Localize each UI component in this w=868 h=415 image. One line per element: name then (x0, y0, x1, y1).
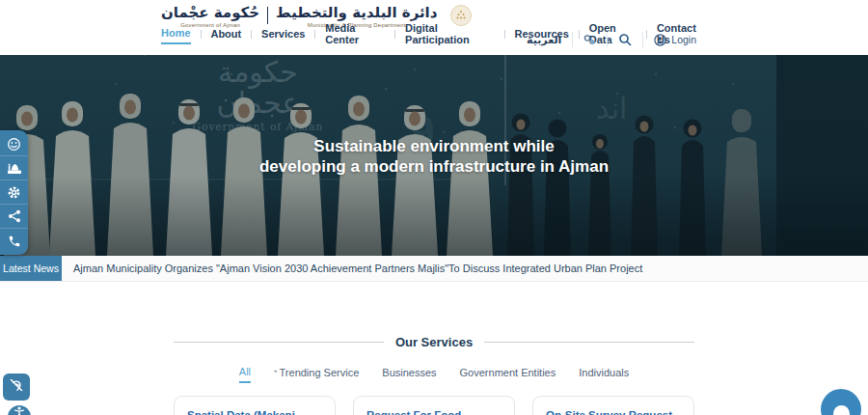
service-cards: Spatial Data (Makani Number) Request Vie… (174, 396, 694, 415)
nav-divider (394, 30, 395, 39)
happiness-meter-button[interactable] (0, 132, 28, 156)
search-icon (618, 33, 632, 46)
side-toolbar (0, 130, 28, 255)
nav-divider (314, 30, 315, 39)
share-icon (8, 209, 21, 223)
service-card-food-sample: Request For Food Sample Testing View mor… (353, 396, 515, 415)
smiley-icon (7, 137, 21, 152)
nav-divider (201, 30, 202, 39)
settings-button[interactable] (0, 180, 28, 205)
service-card-title[interactable]: On-Site Survey Request (546, 409, 681, 415)
tab-trending-label: Trending Service (280, 367, 360, 378)
sign-language-button[interactable] (573, 34, 607, 46)
tab-all[interactable]: All (239, 366, 251, 383)
tab-government-entities[interactable]: Government Entities (460, 367, 556, 382)
utility-bar: العربية (516, 32, 707, 47)
gear-icon (7, 185, 21, 200)
tab-businesses[interactable]: Businesses (382, 367, 436, 382)
hero-title-line2: developing a modern infrastructure in Aj… (0, 156, 868, 177)
ear-slash-icon (9, 377, 24, 397)
divider-line (174, 342, 384, 343)
section-divider: Our Services (174, 335, 694, 349)
user-icon (654, 34, 666, 46)
login-label: Login (671, 34, 696, 45)
mosque-icon (7, 162, 22, 175)
hero-banner: حكومة عجمان Government of Ajman 9 اند (0, 55, 868, 256)
search-button[interactable] (608, 33, 642, 46)
contact-phone-button[interactable] (0, 229, 28, 253)
language-toggle[interactable]: العربية (516, 34, 572, 46)
accessibility-person-icon (13, 405, 26, 415)
divider-line (484, 342, 694, 343)
nav-item-about[interactable]: About (210, 25, 241, 43)
service-card-title[interactable]: Spatial Data (Makani Number) Request (187, 409, 322, 415)
latest-news-badge[interactable]: Latest News (0, 256, 62, 281)
tab-trending-service[interactable]: * Trending Service (274, 367, 359, 382)
service-card-title[interactable]: Request For Food Sample Testing (366, 409, 502, 415)
hero-title: Sustainable environment while developing… (0, 136, 868, 177)
accessibility-widget-button[interactable] (8, 405, 31, 415)
share-button[interactable] (0, 205, 28, 229)
nav-item-services[interactable]: Services (261, 25, 305, 43)
chat-bubble-icon (833, 405, 850, 415)
news-ticker: Latest News Ajman Municipality Organizes… (0, 256, 868, 282)
nav-divider (251, 30, 252, 39)
city-landmarks-button[interactable] (0, 156, 28, 180)
our-services-section: Our Services All * Trending Service Busi… (174, 282, 694, 415)
services-tabs: All * Trending Service Businesses Govern… (174, 366, 694, 383)
phone-icon (8, 235, 21, 248)
login-button[interactable]: Login (643, 34, 707, 46)
section-title: Our Services (395, 335, 473, 349)
news-headline-link[interactable]: Ajman Municipality Organizes "Ajman Visi… (73, 256, 642, 281)
nav-item-home[interactable]: Home (161, 24, 191, 44)
nav-divider (504, 30, 505, 39)
site-header: حُكومة عجْمان Government of Ajman دائرة … (0, 0, 868, 55)
hero-title-line1: Sustainable environment while (0, 136, 868, 156)
chat-widget-button[interactable] (821, 389, 861, 415)
nav-item-digital-participation[interactable]: Digital Participation (405, 19, 495, 49)
sign-language-icon (583, 34, 596, 46)
service-card-on-site-survey: On-Site Survey Request View more Apply (532, 396, 694, 415)
trending-icon: * (274, 368, 278, 377)
nav-item-media-center[interactable]: Media Center (325, 19, 385, 49)
page: حُكومة عجْمان Government of Ajman دائرة … (0, 0, 868, 415)
tab-individuals[interactable]: Individuals (579, 367, 629, 382)
deaf-accessibility-button[interactable] (3, 374, 30, 401)
service-card-spatial-data: Spatial Data (Makani Number) Request Vie… (174, 396, 336, 415)
